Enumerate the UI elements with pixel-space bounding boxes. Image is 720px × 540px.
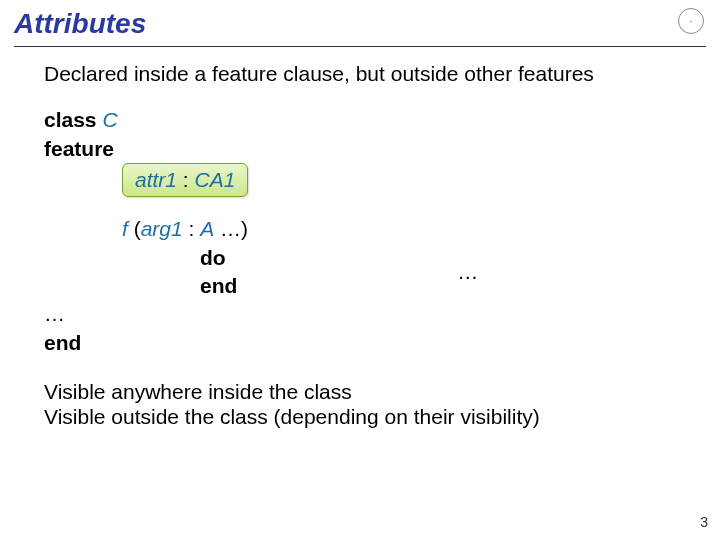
- code-line-end-inner: end …: [44, 272, 676, 300]
- slide-body: Declared inside a feature clause, but ou…: [0, 47, 720, 429]
- fn-open: (: [128, 217, 141, 240]
- slide: Attributes · Declared inside a feature c…: [0, 0, 720, 540]
- fn-rest: …): [214, 217, 248, 240]
- corner-logo-icon: ·: [678, 8, 704, 34]
- code-line-end-outer: end: [44, 329, 676, 357]
- code-line-feature: feature: [44, 135, 676, 163]
- keyword-class: class: [44, 108, 97, 131]
- fn-arg-colon: :: [183, 217, 201, 240]
- title-bar: Attributes: [0, 0, 720, 44]
- spacer: [44, 197, 676, 215]
- code-block: class C feature attr1 : CA1 f (arg1 : A …: [44, 106, 676, 357]
- keyword-end-outer: end: [44, 331, 81, 354]
- mid-ellipsis: …: [44, 302, 65, 325]
- logo-glyph: ·: [690, 16, 693, 27]
- slide-title: Attributes: [14, 8, 146, 39]
- keyword-do: do: [200, 246, 226, 269]
- code-line-fn-sig: f (arg1 : A …): [44, 215, 676, 243]
- code-line-attr: attr1 : CA1: [44, 163, 676, 197]
- lead-text: Declared inside a feature clause, but ou…: [44, 61, 676, 86]
- notes: Visible anywhere inside the class Visibl…: [44, 379, 676, 429]
- code-line-mid-ellipsis: …: [44, 300, 676, 328]
- code-line-class: class C: [44, 106, 676, 134]
- class-name: C: [102, 108, 117, 131]
- body-ellipsis: …: [243, 260, 478, 283]
- highlight-attr-decl: attr1 : CA1: [122, 163, 248, 197]
- attr-name: attr1: [135, 168, 177, 191]
- fn-arg-type: A: [200, 217, 214, 240]
- page-number: 3: [700, 514, 708, 530]
- keyword-end-inner: end: [200, 274, 237, 297]
- keyword-feature: feature: [44, 137, 114, 160]
- note-line-1: Visible anywhere inside the class: [44, 379, 676, 404]
- attr-type: CA1: [195, 168, 236, 191]
- fn-arg-name: arg1: [141, 217, 183, 240]
- note-line-2: Visible outside the class (depending on …: [44, 404, 676, 429]
- attr-colon: :: [177, 168, 195, 191]
